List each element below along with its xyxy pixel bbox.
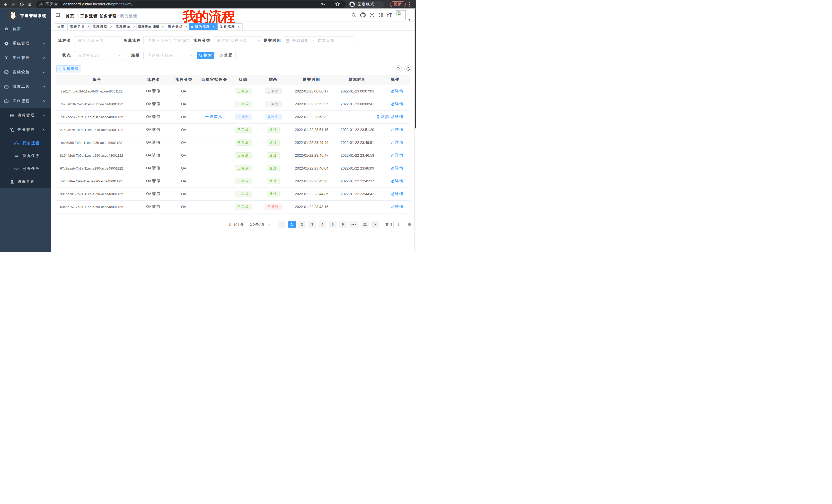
svg-text:?: ? — [371, 13, 372, 17]
